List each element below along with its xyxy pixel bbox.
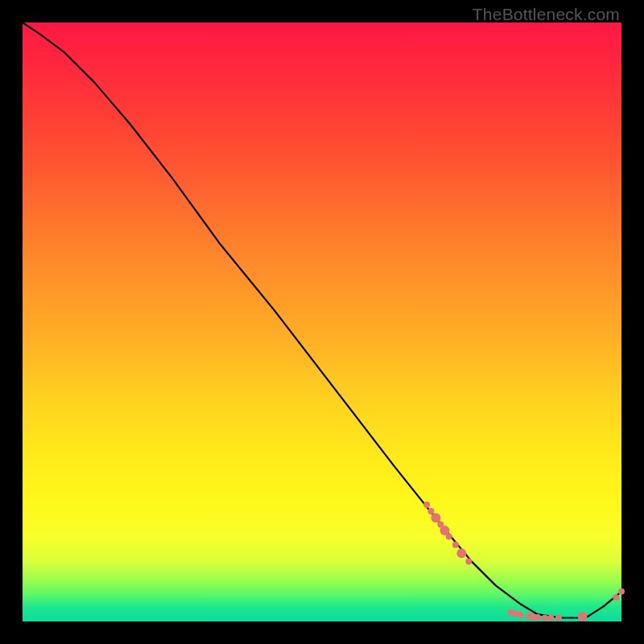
marker-point xyxy=(423,502,430,508)
plot-area xyxy=(23,23,621,621)
marker-point xyxy=(542,615,548,621)
marker-point xyxy=(465,559,472,565)
watermark-label: TheBottleneck.com xyxy=(473,5,620,24)
marker-point xyxy=(613,594,619,601)
marker-point xyxy=(618,588,625,595)
marker-point xyxy=(578,612,588,621)
marker-point xyxy=(446,533,452,539)
marker-point xyxy=(431,513,440,522)
marker-point xyxy=(547,615,554,621)
marker-point xyxy=(555,615,562,621)
bottleneck-curve xyxy=(23,23,621,618)
marker-point xyxy=(517,612,523,618)
marker-point xyxy=(456,548,466,558)
marker-point xyxy=(427,508,434,514)
marker-point xyxy=(452,542,459,548)
highlighted-points xyxy=(423,502,625,621)
bottleneck-curve-svg xyxy=(23,23,621,621)
chart-frame: TheBottleneck.com xyxy=(0,0,644,644)
marker-point xyxy=(535,614,541,621)
